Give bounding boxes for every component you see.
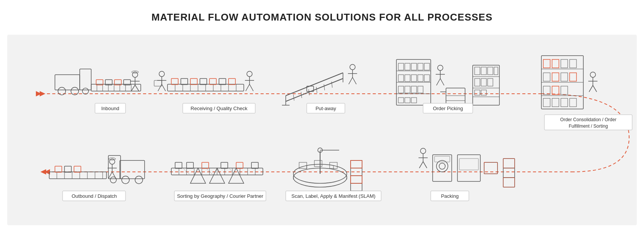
svg-rect-133: [561, 73, 568, 81]
svg-rect-134: [570, 73, 576, 81]
slam-label: Scan, Label, Apply & Manifest (SLAM): [291, 193, 375, 199]
svg-point-215: [420, 148, 426, 154]
svg-rect-210: [351, 176, 362, 183]
svg-rect-92: [405, 86, 410, 93]
svg-point-169: [110, 177, 116, 183]
svg-rect-157: [64, 166, 71, 172]
svg-line-65: [324, 84, 325, 90]
svg-rect-85: [424, 63, 430, 70]
svg-rect-185: [202, 162, 209, 168]
svg-rect-91: [398, 86, 404, 93]
svg-rect-158: [74, 166, 81, 172]
svg-rect-97: [411, 98, 417, 103]
svg-rect-52: [154, 80, 162, 86]
outbound-label: Outbound / Dispatch: [72, 193, 117, 199]
svg-rect-121: [481, 90, 486, 95]
packing-illustration: [419, 148, 515, 187]
svg-rect-82: [405, 63, 410, 70]
svg-rect-136: [552, 86, 559, 95]
svg-rect-130: [570, 59, 576, 68]
svg-line-146: [593, 85, 597, 92]
svg-rect-129: [561, 59, 568, 68]
svg-point-10: [82, 88, 89, 94]
svg-rect-88: [411, 75, 417, 82]
slam-illustration: [293, 148, 362, 191]
svg-marker-189: [190, 168, 206, 183]
svg-rect-148: [49, 172, 106, 179]
svg-line-59: [286, 73, 343, 96]
svg-line-27: [135, 85, 139, 91]
svg-rect-81: [398, 63, 404, 70]
svg-rect-225: [459, 159, 478, 170]
svg-rect-208: [351, 160, 362, 168]
receiving-label: Receiving / Quality Check: [191, 106, 248, 111]
outbound-illustration: [49, 155, 145, 184]
svg-rect-103: [446, 88, 465, 105]
svg-rect-183: [175, 162, 182, 168]
svg-rect-94: [418, 86, 423, 93]
svg-rect-109: [473, 65, 499, 105]
svg-rect-119: [488, 79, 493, 86]
inbound-illustration: [55, 69, 141, 95]
svg-line-50: [158, 84, 162, 91]
svg-line-102: [440, 79, 444, 85]
svg-rect-84: [418, 63, 423, 70]
svg-rect-139: [552, 98, 559, 107]
svg-rect-83: [411, 63, 417, 70]
svg-rect-96: [405, 98, 410, 103]
svg-rect-138: [543, 98, 550, 107]
svg-rect-117: [475, 79, 480, 86]
svg-rect-223: [435, 156, 450, 162]
page-title: MATERIAL FLOW AUTOMATION SOLUTIONS FOR A…: [151, 11, 493, 23]
svg-line-74: [349, 77, 353, 84]
main-diagram-svg: Inbound: [19, 42, 644, 218]
svg-rect-45: [219, 79, 226, 85]
inbound-label: Inbound: [101, 106, 119, 111]
svg-point-222: [439, 163, 445, 169]
order-consolidation-illustration: [541, 56, 597, 109]
svg-rect-228: [503, 159, 515, 168]
svg-rect-132: [552, 73, 559, 81]
svg-rect-135: [543, 86, 550, 95]
receiving-illustration: [154, 71, 254, 91]
order-picking-illustration: [396, 59, 499, 108]
svg-rect-90: [424, 75, 430, 82]
svg-line-75: [353, 77, 356, 84]
svg-marker-191: [229, 168, 244, 183]
svg-rect-115: [488, 67, 493, 75]
svg-line-61: [293, 95, 294, 101]
sorting-label: Sorting by Geography / Courier Partner: [177, 193, 264, 199]
svg-line-64: [316, 87, 317, 93]
svg-rect-187: [236, 162, 243, 168]
svg-line-219: [423, 162, 427, 168]
svg-point-168: [135, 176, 143, 184]
svg-rect-232: [503, 178, 515, 187]
svg-point-8: [58, 87, 66, 95]
svg-rect-140: [561, 98, 568, 107]
consolidation-label-line1: Order Consolidation / Order: [560, 117, 616, 122]
svg-rect-95: [398, 98, 404, 103]
svg-line-57: [250, 84, 253, 91]
svg-point-47: [159, 71, 164, 77]
svg-rect-41: [181, 79, 188, 85]
packing-label: Packing: [441, 193, 459, 199]
svg-point-71: [350, 64, 355, 70]
svg-point-53: [247, 71, 252, 77]
svg-rect-93: [411, 86, 417, 93]
svg-rect-46: [229, 79, 235, 85]
svg-rect-184: [187, 162, 193, 168]
svg-point-142: [590, 72, 596, 77]
svg-rect-120: [475, 90, 480, 95]
svg-line-26: [131, 85, 135, 91]
svg-rect-113: [475, 67, 480, 75]
svg-rect-165: [120, 160, 145, 179]
svg-rect-211: [351, 183, 362, 191]
svg-rect-114: [481, 67, 486, 75]
svg-rect-141: [570, 98, 576, 107]
svg-line-56: [246, 84, 250, 91]
svg-rect-43: [200, 79, 207, 85]
svg-rect-89: [418, 75, 423, 82]
svg-rect-137: [561, 86, 568, 95]
putaway-label: Put-away: [316, 106, 336, 111]
svg-point-98: [438, 65, 443, 71]
